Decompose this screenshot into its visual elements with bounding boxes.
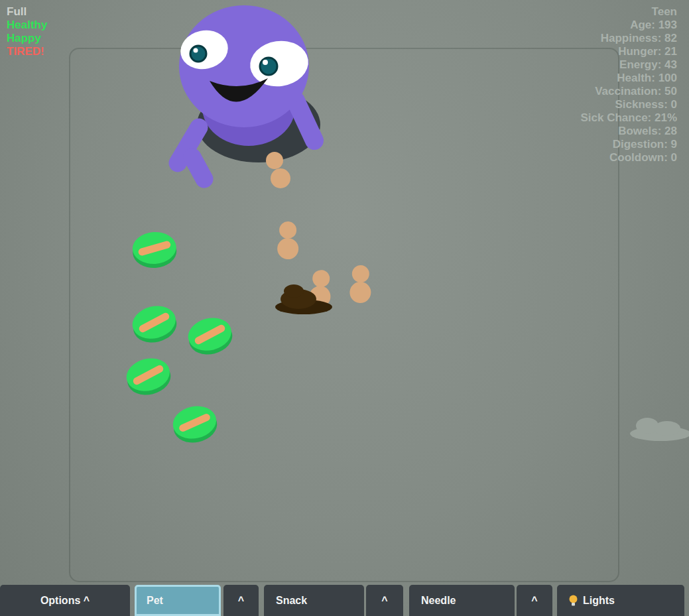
caret-up-icon: ^ — [238, 595, 244, 607]
peanut-dropping — [345, 263, 374, 306]
pet-button-label: Pet — [147, 595, 163, 607]
stat-line: Digestion: 9 — [580, 138, 677, 151]
stat-line: Cooldown: 0 — [580, 151, 677, 164]
lights-button[interactable]: Lights — [557, 585, 684, 616]
stat-line: Teen — [580, 5, 677, 19]
status-line: TIRED! — [7, 45, 47, 58]
pet-leg-left — [192, 157, 204, 179]
stat-line: Age: 193 — [580, 19, 677, 32]
dust-cloud — [629, 414, 689, 442]
snack-button[interactable]: Snack — [264, 585, 364, 616]
pet[interactable] — [166, 1, 385, 200]
pet-status-list: Full Healthy Happy TIRED! — [7, 5, 47, 58]
snack-caret-button[interactable]: ^ — [366, 585, 403, 616]
pet-caret-button[interactable]: ^ — [223, 585, 259, 616]
caret-up-icon: ^ — [531, 595, 537, 607]
status-line: Healthy — [7, 19, 47, 32]
options-button-label: Options ^ — [40, 595, 90, 607]
stat-line: Sick Chance: 21% — [580, 111, 677, 125]
needle-button[interactable]: Needle — [409, 585, 515, 616]
snack-button-label: Snack — [276, 595, 307, 607]
stat-line: Happiness: 82 — [580, 32, 677, 45]
game-screen: { "colors": { "bg-center": "#8d958f", "b… — [0, 0, 689, 616]
caret-up-icon: ^ — [381, 595, 387, 607]
stat-line: Health: 100 — [580, 72, 677, 85]
melon-slice — [129, 229, 180, 271]
needle-caret-button[interactable]: ^ — [517, 585, 552, 616]
lightbulb-icon — [569, 595, 578, 607]
status-line: Full — [7, 5, 47, 19]
stat-line: Bowels: 28 — [580, 125, 677, 138]
options-button[interactable]: Options ^ — [0, 585, 130, 616]
poop-pile — [271, 281, 337, 316]
peanut-dropping — [273, 219, 302, 263]
pet-tab-button[interactable]: Pet — [135, 585, 221, 616]
stat-line: Vaccination: 50 — [580, 85, 677, 98]
stat-line: Hunger: 21 — [580, 45, 677, 58]
stat-line: Energy: 43 — [580, 58, 677, 72]
status-line: Happy — [7, 32, 47, 45]
pet-stats-list: Teen Age: 193 Happiness: 82 Hunger: 21 E… — [580, 5, 677, 164]
needle-button-label: Needle — [421, 595, 456, 607]
toolbar: Options ^ Pet ^ Snack ^ Needle ^ Lights — [0, 585, 689, 616]
lights-button-label: Lights — [583, 595, 615, 607]
stat-line: Sickness: 0 — [580, 98, 677, 111]
